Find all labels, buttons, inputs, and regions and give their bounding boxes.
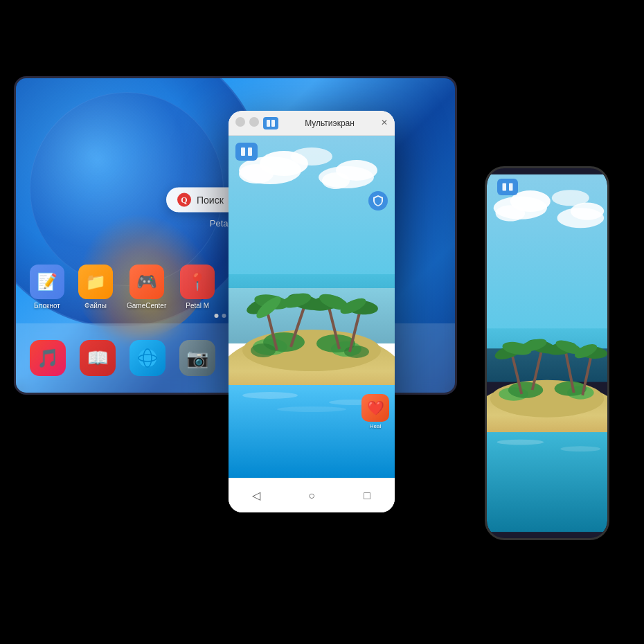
svg-point-47 [552,190,589,206]
files-label: Файлы [84,302,107,310]
app-icon-gamecenter[interactable]: 🎮 GameCenter [127,265,166,310]
window-close-button[interactable]: ✕ [381,118,388,128]
beach2-svg [487,168,607,538]
svg-point-11 [322,172,350,189]
svg-point-21 [344,346,369,358]
app-icon-notepad[interactable]: 📝 Блокнот [30,265,64,310]
search-placeholder: Поиск [197,195,224,206]
shield-icon [368,191,388,211]
files-icon: 📁 [78,265,113,299]
svg-rect-40 [248,147,252,156]
window-btn-1[interactable] [235,117,245,127]
svg-point-52 [508,382,543,398]
search-q-icon: Q [177,193,191,207]
svg-point-68 [497,440,544,445]
title-bar: Мультиэкран ✕ [229,111,395,136]
svg-rect-3 [267,120,270,127]
window-title: Мультиэкран [278,118,381,128]
svg-point-44 [496,205,526,221]
app-icon-files[interactable]: 📁 Файлы [78,265,113,310]
dock-music-icon[interactable]: 🎵 [30,340,66,376]
notepad-label: Блокнот [34,302,60,310]
svg-point-8 [239,164,274,184]
dock-books-icon[interactable]: 📖 [80,340,116,376]
dock-sphere-icon[interactable] [129,340,166,376]
svg-rect-70 [503,184,507,191]
petalmap-label: Petal M [186,302,209,310]
petalmap-icon: 📍 [180,265,215,299]
nav-recents-button[interactable]: □ [357,485,377,506]
dot-2 [222,314,226,318]
phone-mirror-window: Мультиэкран ✕ [229,111,395,512]
svg-rect-71 [509,184,513,191]
phone2-mirror-badge [497,179,518,195]
gamecenter-label: GameCenter [127,302,166,310]
svg-point-38 [277,406,346,412]
notepad-icon: 📝 [30,265,64,299]
mirror-window-icon [263,117,278,129]
heal-label: Heal [370,423,381,429]
window-controls [235,117,278,129]
svg-point-69 [560,446,600,451]
svg-point-0 [138,349,156,367]
svg-rect-39 [241,147,245,156]
dock-camera-icon[interactable]: 📷 [179,340,215,376]
nav-home-button[interactable]: ○ [301,485,322,506]
window-btn-2[interactable] [249,117,259,127]
dot-1 [215,314,219,318]
heal-app[interactable]: ❤️ Heal [361,394,389,429]
svg-point-12 [291,147,332,166]
phone-screen: ❤️ Heal [229,136,395,478]
svg-point-36 [242,392,298,399]
tablet-app-row: 📝 Блокнот 📁 Файлы 🎮 GameCenter 📍 Petal M [30,265,215,310]
svg-rect-4 [271,120,275,127]
second-phone-device [485,166,609,540]
nav-back-button[interactable]: ◁ [246,485,267,506]
second-phone-screen [487,168,607,538]
svg-point-18 [251,343,276,357]
app-icon-petalmap[interactable]: 📍 Petal M [180,265,215,310]
screen-mirror-badge [235,143,258,161]
heal-icon: ❤️ [361,394,389,422]
phone-nav-bar: ◁ ○ □ [229,478,395,512]
gamecenter-icon: 🎮 [129,265,164,299]
